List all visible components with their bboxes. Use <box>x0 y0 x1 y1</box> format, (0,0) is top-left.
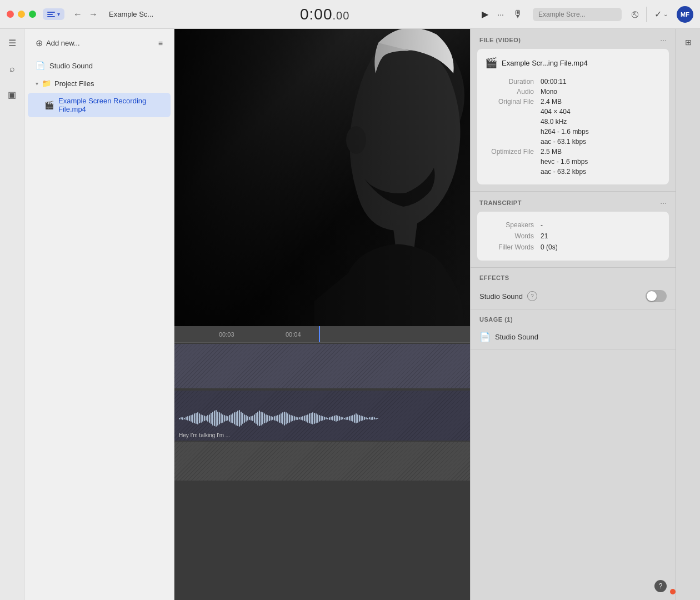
sidebar-folder-label: Project Files <box>54 79 94 88</box>
file-more-button[interactable]: ··· <box>660 36 667 44</box>
maximize-button[interactable] <box>29 11 36 18</box>
app-icon-button[interactable]: ▾ <box>43 8 64 20</box>
record-button[interactable]: 🎙 <box>508 6 527 22</box>
original-rate: 48.0 kHz <box>541 117 661 127</box>
menu-icon-button[interactable]: ☰ <box>5 34 19 52</box>
usage-section: USAGE (1) 📄 Studio Sound <box>471 309 676 349</box>
usage-doc-icon: 📄 <box>479 332 491 342</box>
waveform-bar <box>359 415 360 422</box>
search-icon-button[interactable]: ⌕ <box>6 61 18 77</box>
optimized-file-label: Optimized File <box>485 147 541 157</box>
waveform-bar <box>224 415 225 422</box>
duration-label: Duration <box>485 77 541 87</box>
avatar[interactable]: MF <box>677 6 693 23</box>
optimized-file-row: Optimized File 2.5 MB <box>485 147 661 157</box>
waveform-bar <box>307 414 308 423</box>
help-circle-button[interactable]: ? <box>654 580 667 592</box>
waveform-bar <box>279 414 280 423</box>
waveform-bar <box>352 415 353 422</box>
app-lines-icon <box>47 12 55 17</box>
audio-track[interactable]: Hey I'm talking I'm ... <box>174 391 470 441</box>
panel-toggle-button[interactable]: ⊞ <box>682 34 695 50</box>
divider <box>646 7 647 22</box>
waveform-bar <box>276 416 277 421</box>
audio-caption: Hey I'm talking I'm ... <box>179 432 230 438</box>
add-new-button[interactable]: ⊕ Add new... <box>32 36 83 51</box>
original-audio-row: aac - 63.1 kbps <box>485 137 661 147</box>
waveform-bar <box>232 413 233 423</box>
waveform-bar <box>297 417 298 420</box>
waveform-bar <box>216 410 217 427</box>
speakers-value: - <box>541 219 661 231</box>
waveform-bar <box>199 413 200 423</box>
waveform-bar <box>342 417 343 419</box>
effects-section-title: EFFECTS <box>479 274 509 281</box>
time-value: 0:00 <box>300 6 333 23</box>
filter-button[interactable]: ≡ <box>155 37 166 50</box>
waveform-bar <box>244 414 245 423</box>
waveform-bar <box>337 416 338 421</box>
time-display: 0:00 .00 <box>300 6 349 23</box>
studio-sound-toggle[interactable] <box>646 290 667 302</box>
waveform-bar <box>181 417 182 419</box>
waveform-bar <box>327 418 328 419</box>
effects-row: Studio Sound ? <box>471 286 676 309</box>
waveform-bar <box>376 418 377 419</box>
original-codec-row: h264 - 1.6 mbps <box>485 127 661 137</box>
speakers-row: Speakers - <box>485 219 661 231</box>
filter-icon: ≡ <box>158 39 163 48</box>
library-icon-button[interactable]: ▣ <box>4 86 19 103</box>
waveform-bar <box>296 417 297 420</box>
waveform-bar <box>362 416 363 421</box>
waveform-bar <box>324 417 325 420</box>
waveform-bar <box>321 416 322 421</box>
sidebar-item-project-files[interactable]: ▾ 📁 Project Files <box>28 75 171 92</box>
waveform-bar <box>316 413 317 423</box>
file-name: Example Scr...ing File.mp4 <box>502 59 588 67</box>
search-icon: ⌕ <box>9 64 15 73</box>
waveform-bar <box>332 416 333 421</box>
waveform-bar <box>374 417 375 419</box>
play-button[interactable]: ▶ <box>477 7 493 22</box>
waveform-bar <box>356 413 357 423</box>
waveform-bar <box>186 417 187 420</box>
video-track[interactable] <box>174 344 470 388</box>
close-button[interactable] <box>7 11 14 18</box>
search-input[interactable] <box>533 8 622 21</box>
bottom-track[interactable] <box>174 442 470 481</box>
timeline-area[interactable]: 00:03 00:04 Hey I'm talking I'm ... <box>174 326 470 600</box>
playhead[interactable] <box>319 326 320 342</box>
file-section: FILE (VIDEO) ··· 🎬 Example Scr...ing Fil… <box>471 29 676 192</box>
back-button[interactable]: ← <box>70 7 86 22</box>
waveform-bar <box>184 418 185 419</box>
waveform-bar <box>271 416 272 421</box>
sidebar-item-studio-sound[interactable]: 📄 Studio Sound <box>28 57 171 74</box>
help-icon-button[interactable]: ? <box>527 291 537 301</box>
check-button[interactable]: ✓ ⌄ <box>650 7 672 22</box>
right-panel: FILE (VIDEO) ··· 🎬 Example Scr...ing Fil… <box>470 29 676 600</box>
waveform-bar <box>302 416 303 421</box>
waveform-bar <box>367 418 368 419</box>
menu-icon: ☰ <box>8 38 16 48</box>
waveform-bar <box>207 415 208 422</box>
link-button[interactable]: ⎋ <box>627 6 643 23</box>
waveform-bar <box>372 417 373 420</box>
waveform-bar <box>211 413 212 424</box>
waveform-bar <box>201 414 202 423</box>
forward-button[interactable]: → <box>86 7 101 22</box>
usage-item[interactable]: 📄 Studio Sound <box>471 327 676 349</box>
time-mark-1: 00:03 <box>219 331 234 338</box>
right-toolbar: ⊞ <box>676 29 700 600</box>
original-size: 2.4 MB <box>541 97 661 107</box>
waveform-bar <box>351 416 352 421</box>
transcript-card: Speakers - Words 21 Filler Words 0 (0s) <box>477 212 669 261</box>
minimize-button[interactable] <box>18 11 25 18</box>
more-button[interactable]: ··· <box>493 8 508 21</box>
waveform-bar <box>264 413 265 423</box>
transcript-more-button[interactable]: ··· <box>660 198 667 207</box>
waveform-bar <box>344 418 345 419</box>
sidebar-item-video-file[interactable]: 🎬 Example Screen Recording File.mp4 <box>28 93 171 117</box>
waveform-bar <box>312 412 313 424</box>
waveform-bar <box>294 416 295 421</box>
waveform-bar <box>371 417 372 420</box>
